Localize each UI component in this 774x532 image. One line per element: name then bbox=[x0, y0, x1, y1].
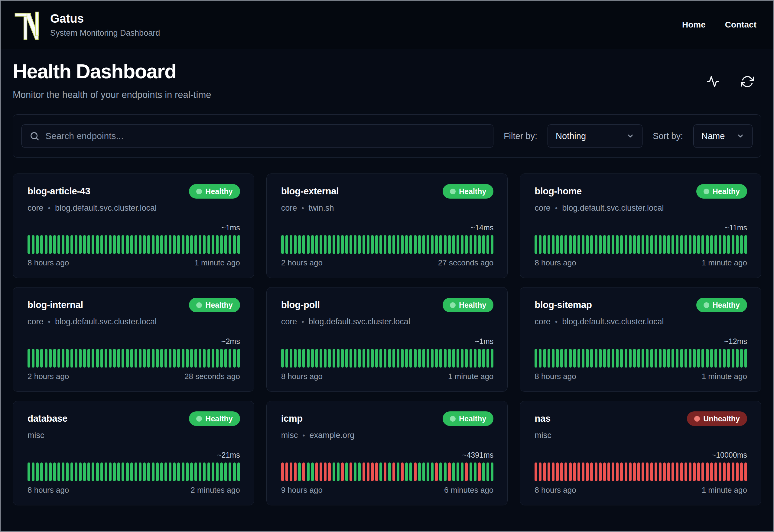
status-bar[interactable] bbox=[117, 462, 120, 481]
status-bar[interactable] bbox=[333, 235, 335, 254]
status-bar[interactable] bbox=[744, 349, 747, 368]
status-bar[interactable] bbox=[672, 235, 674, 254]
status-bar[interactable] bbox=[723, 462, 726, 481]
status-bar[interactable] bbox=[152, 349, 154, 368]
status-bar[interactable] bbox=[474, 235, 476, 254]
status-bar[interactable] bbox=[177, 235, 180, 254]
status-bar[interactable] bbox=[461, 235, 463, 254]
status-bar[interactable] bbox=[57, 462, 60, 481]
status-bar[interactable] bbox=[710, 235, 713, 254]
status-bar[interactable] bbox=[96, 235, 99, 254]
status-bar[interactable] bbox=[212, 462, 214, 481]
status-bar[interactable] bbox=[45, 235, 47, 254]
status-bar[interactable] bbox=[363, 462, 365, 481]
status-bar[interactable] bbox=[693, 349, 696, 368]
status-bar[interactable] bbox=[224, 349, 227, 368]
status-bar[interactable] bbox=[216, 462, 219, 481]
status-bar[interactable] bbox=[285, 462, 288, 481]
status-bar[interactable] bbox=[625, 462, 627, 481]
status-bar[interactable] bbox=[281, 235, 284, 254]
status-bar[interactable] bbox=[147, 462, 150, 481]
status-bar[interactable] bbox=[595, 235, 597, 254]
status-bar[interactable] bbox=[629, 235, 632, 254]
status-bar[interactable] bbox=[727, 235, 730, 254]
status-bar[interactable] bbox=[199, 235, 201, 254]
status-bar[interactable] bbox=[307, 462, 310, 481]
status-bar[interactable] bbox=[229, 349, 231, 368]
status-bar[interactable] bbox=[83, 349, 86, 368]
status-bar[interactable] bbox=[367, 235, 369, 254]
status-bar[interactable] bbox=[135, 462, 137, 481]
status-bar[interactable] bbox=[28, 349, 30, 368]
status-bar[interactable] bbox=[220, 235, 223, 254]
status-bar[interactable] bbox=[135, 235, 137, 254]
status-bar[interactable] bbox=[294, 349, 297, 368]
status-bar[interactable] bbox=[36, 462, 39, 481]
status-bar[interactable] bbox=[461, 349, 463, 368]
status-bar[interactable] bbox=[478, 349, 481, 368]
status-bar[interactable] bbox=[212, 235, 214, 254]
status-bar[interactable] bbox=[87, 235, 90, 254]
status-bar[interactable] bbox=[586, 462, 589, 481]
status-bar[interactable] bbox=[727, 349, 730, 368]
status-bar[interactable] bbox=[543, 462, 546, 481]
status-bar[interactable] bbox=[552, 462, 554, 481]
status-bar[interactable] bbox=[194, 349, 197, 368]
status-bar[interactable] bbox=[294, 235, 297, 254]
endpoint-card[interactable]: blog-home Healthy core • blog.default.sv… bbox=[520, 174, 761, 278]
status-bar[interactable] bbox=[414, 235, 417, 254]
status-bar[interactable] bbox=[573, 235, 576, 254]
status-bar[interactable] bbox=[96, 462, 99, 481]
status-bar[interactable] bbox=[307, 235, 310, 254]
status-bar[interactable] bbox=[650, 235, 653, 254]
status-bar[interactable] bbox=[405, 462, 408, 481]
status-bar[interactable] bbox=[582, 349, 584, 368]
status-bar[interactable] bbox=[706, 349, 709, 368]
status-bar[interactable] bbox=[66, 349, 69, 368]
status-bar[interactable] bbox=[315, 349, 318, 368]
status-bar[interactable] bbox=[620, 462, 623, 481]
status-bar[interactable] bbox=[147, 235, 150, 254]
status-bar[interactable] bbox=[685, 349, 687, 368]
status-bar[interactable] bbox=[482, 462, 485, 481]
status-bar[interactable] bbox=[659, 235, 662, 254]
status-bar[interactable] bbox=[680, 462, 683, 481]
status-bar[interactable] bbox=[642, 462, 644, 481]
status-bar[interactable] bbox=[680, 235, 683, 254]
status-bar[interactable] bbox=[173, 349, 176, 368]
status-bar[interactable] bbox=[384, 349, 386, 368]
status-bar[interactable] bbox=[680, 349, 683, 368]
status-bar[interactable] bbox=[470, 349, 472, 368]
status-bar[interactable] bbox=[139, 349, 141, 368]
status-bar[interactable] bbox=[548, 349, 550, 368]
status-bar[interactable] bbox=[186, 235, 189, 254]
status-bar[interactable] bbox=[105, 462, 107, 481]
status-bar[interactable] bbox=[224, 235, 227, 254]
status-bar[interactable] bbox=[607, 235, 610, 254]
status-bar[interactable] bbox=[220, 462, 223, 481]
status-bar[interactable] bbox=[333, 349, 335, 368]
status-bar[interactable] bbox=[337, 235, 340, 254]
status-bar[interactable] bbox=[182, 349, 184, 368]
status-bar[interactable] bbox=[371, 235, 374, 254]
status-bar[interactable] bbox=[302, 235, 305, 254]
status-bar[interactable] bbox=[92, 462, 94, 481]
status-bar[interactable] bbox=[199, 349, 201, 368]
status-bar[interactable] bbox=[40, 462, 43, 481]
status-bar[interactable] bbox=[697, 235, 700, 254]
status-bar[interactable] bbox=[126, 462, 129, 481]
status-bar[interactable] bbox=[224, 462, 227, 481]
status-bar[interactable] bbox=[173, 462, 176, 481]
status-bar[interactable] bbox=[478, 235, 481, 254]
status-bar[interactable] bbox=[350, 349, 352, 368]
status-bar[interactable] bbox=[612, 462, 614, 481]
status-bar[interactable] bbox=[422, 235, 425, 254]
status-bar[interactable] bbox=[599, 349, 602, 368]
status-bar[interactable] bbox=[491, 349, 493, 368]
status-bar[interactable] bbox=[719, 235, 721, 254]
status-bar[interactable] bbox=[577, 462, 580, 481]
status-bar[interactable] bbox=[539, 349, 541, 368]
status-bar[interactable] bbox=[595, 462, 597, 481]
status-bar[interactable] bbox=[117, 235, 120, 254]
status-bar[interactable] bbox=[616, 462, 619, 481]
